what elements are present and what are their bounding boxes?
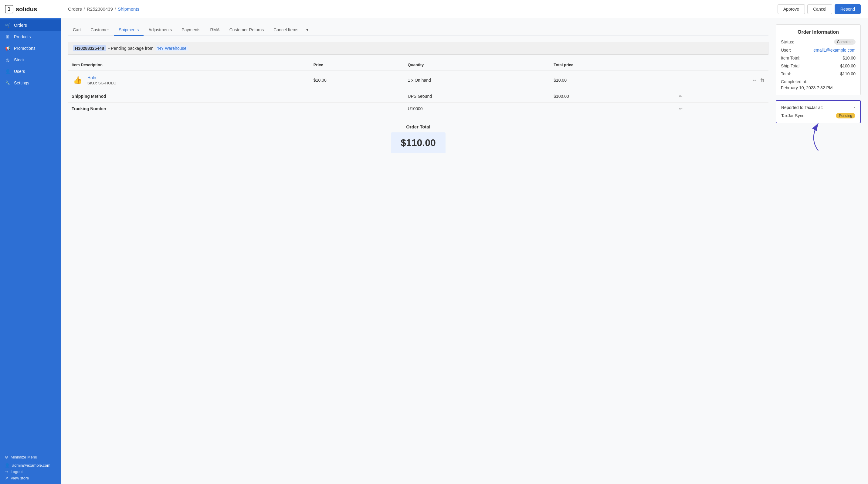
- shipment-status-text: - Pending package from: [108, 46, 154, 51]
- breadcrumb-sep-2: /: [115, 6, 116, 11]
- tab-customer-returns[interactable]: Customer Returns: [225, 24, 269, 36]
- info-row-status: Status: Complete: [781, 39, 856, 44]
- breadcrumb-order-id[interactable]: R252380439: [87, 6, 113, 11]
- breadcrumb-orders[interactable]: Orders: [68, 6, 82, 11]
- products-icon: ⊞: [5, 34, 10, 39]
- info-row-ship-total: Ship Total: $100.00: [781, 63, 856, 68]
- breadcrumb: Orders / R252380439 / Shipments: [68, 6, 139, 11]
- taxjar-reported-label: Reported to TaxJar at:: [781, 105, 823, 110]
- sidebar-item-products[interactable]: ⊞ Products: [0, 31, 61, 42]
- product-name-link[interactable]: Holo: [87, 75, 96, 80]
- promotions-icon: 📢: [5, 46, 10, 51]
- tab-payments[interactable]: Payments: [177, 24, 205, 36]
- delete-icon[interactable]: 🗑: [760, 78, 765, 83]
- logo: 1 solidus: [0, 0, 61, 18]
- shipping-edit-icon[interactable]: ✏: [679, 94, 683, 99]
- sidebar-item-settings[interactable]: 🔧 Settings: [0, 77, 61, 89]
- tab-cart[interactable]: Cart: [68, 24, 86, 36]
- logout-link[interactable]: ⇥ Logout: [5, 470, 56, 474]
- warehouse-link[interactable]: 'NY Warehouse': [156, 46, 188, 51]
- total-label: Total:: [781, 71, 791, 76]
- order-info-box: Order Information Status: Complete User:…: [776, 24, 861, 95]
- order-total-section: Order Total $110.00: [68, 115, 769, 162]
- order-table: Item Description Price Quantity Total pr…: [68, 60, 769, 115]
- ship-total-value: $100.00: [840, 63, 856, 68]
- view-store-link[interactable]: ↗ View store: [5, 476, 56, 480]
- cancel-button[interactable]: Cancel: [807, 4, 832, 14]
- col-item-description: Item Description: [68, 60, 310, 70]
- logo-icon: 1: [5, 5, 13, 13]
- shipment-header: H30288325448 - Pending package from 'NY …: [68, 42, 769, 55]
- completed-at-value: February 10, 2023 7:32 PM: [781, 85, 856, 90]
- col-quantity: Quantity: [404, 60, 550, 70]
- logo-text: solidus: [16, 6, 37, 13]
- sidebar-item-products-label: Products: [14, 34, 31, 39]
- tracking-edit-icon[interactable]: ✏: [679, 106, 683, 111]
- approve-button[interactable]: Approve: [778, 4, 805, 14]
- completed-at-section: Completed at: February 10, 2023 7:32 PM: [781, 79, 856, 90]
- minimize-label: Minimize Menu: [11, 455, 37, 459]
- item-total-value: $10.00: [842, 56, 856, 60]
- tab-adjustments[interactable]: Adjustments: [144, 24, 177, 36]
- tracking-row: Tracking Number U10000 ✏: [68, 102, 769, 115]
- user-icon: 👤: [5, 463, 10, 467]
- stock-icon: ◎: [5, 57, 10, 63]
- breadcrumb-current: Shipments: [118, 6, 139, 11]
- item-total: $10.00: [550, 70, 675, 90]
- shipment-id: H30288325448: [73, 45, 106, 51]
- breadcrumb-sep-1: /: [84, 6, 85, 11]
- tab-cancel-items[interactable]: Cancel Items: [269, 24, 303, 36]
- shipping-method-value: UPS Ground: [404, 90, 550, 102]
- taxjar-reported-value: -: [854, 105, 855, 110]
- sidebar: 1 solidus 🛒 Orders ⊞ Products 📢 Promotio…: [0, 0, 61, 484]
- info-row-total: Total: $110.00: [781, 71, 856, 76]
- view-store-icon: ↗: [5, 476, 8, 480]
- tab-more-button[interactable]: ▾: [303, 24, 311, 36]
- tab-customer[interactable]: Customer: [86, 24, 114, 36]
- tracking-label: Tracking Number: [68, 102, 310, 115]
- taxjar-wrapper: Reported to TaxJar at: - TaxJar Sync: Pe…: [776, 100, 861, 123]
- logout-icon: ⇥: [5, 470, 8, 474]
- settings-icon: 🔧: [5, 80, 10, 86]
- ship-total-label: Ship Total:: [781, 63, 801, 68]
- top-header: Orders / R252380439 / Shipments Approve …: [61, 0, 868, 18]
- main-content: Orders / R252380439 / Shipments Approve …: [61, 0, 868, 484]
- sidebar-item-orders[interactable]: 🛒 Orders: [0, 20, 61, 31]
- status-badge: Complete: [834, 39, 856, 44]
- sidebar-bottom: ⊙ Minimize Menu 👤 admin@example.com ⇥ Lo…: [0, 451, 61, 484]
- sidebar-item-promotions-label: Promotions: [14, 46, 35, 51]
- tab-rma[interactable]: RMA: [206, 24, 225, 36]
- item-price: $10.00: [310, 70, 404, 90]
- user-value[interactable]: email1@example.com: [813, 48, 856, 53]
- table-row: 👍 Holo SKU: SG-HOLO: [68, 70, 769, 90]
- completed-at-label: Completed at:: [781, 79, 856, 84]
- minimize-menu-button[interactable]: ⊙ Minimize Menu: [5, 455, 56, 459]
- taxjar-sync-badge: Pending: [836, 113, 855, 118]
- resend-button[interactable]: Resend: [835, 4, 861, 14]
- order-total-label: Order Total: [68, 124, 769, 129]
- right-panel: Order Information Status: Complete User:…: [776, 24, 861, 478]
- tab-shipments[interactable]: Shipments: [114, 24, 144, 36]
- col-total-price: Total price: [550, 60, 675, 70]
- minimize-icon: ⊙: [5, 455, 8, 459]
- shipping-method-label: Shipping Method: [68, 90, 310, 102]
- order-total-amount: $110.00: [391, 132, 445, 153]
- sidebar-item-orders-label: Orders: [14, 23, 27, 28]
- product-thumbnail: 👍: [72, 74, 84, 86]
- status-label: Status:: [781, 39, 794, 44]
- annotation-arrow: [800, 120, 836, 157]
- item-quantity: 1 x On hand: [404, 70, 550, 90]
- sidebar-item-stock[interactable]: ◎ Stock: [0, 54, 61, 66]
- sidebar-item-settings-label: Settings: [14, 81, 29, 85]
- product-sku: SKU: SG-HOLO: [87, 81, 116, 85]
- info-row-user: User: email1@example.com: [781, 48, 856, 53]
- sidebar-item-promotions[interactable]: 📢 Promotions: [0, 42, 61, 54]
- taxjar-sync-row: TaxJar Sync: Pending: [781, 113, 855, 118]
- tracking-value: U10000: [404, 102, 550, 115]
- split-icon[interactable]: ↔: [752, 78, 757, 83]
- sidebar-item-users[interactable]: 👤 Users: [0, 66, 61, 77]
- shipping-method-price: $100.00: [550, 90, 675, 102]
- taxjar-sync-label: TaxJar Sync:: [781, 113, 805, 118]
- orders-icon: 🛒: [5, 23, 10, 28]
- sidebar-user: 👤 admin@example.com: [5, 463, 56, 467]
